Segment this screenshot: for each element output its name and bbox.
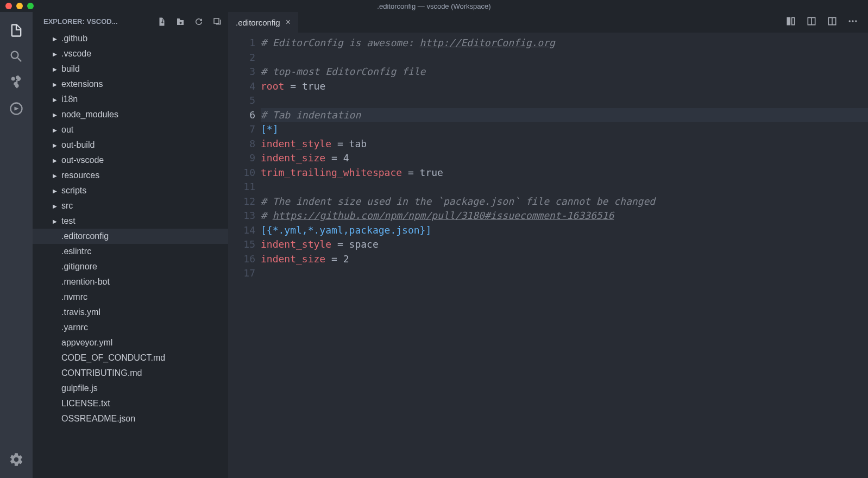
tab-label: .editorconfig — [236, 18, 280, 27]
close-icon[interactable]: × — [286, 17, 291, 27]
tree-item-label: gulpfile.js — [61, 383, 98, 393]
file-appveyor-yml[interactable]: appveyor.yml — [33, 335, 228, 350]
folder-src[interactable]: ▶src — [33, 198, 228, 213]
code-line[interactable]: indent_size = 4 — [261, 151, 868, 166]
folder-out-build[interactable]: ▶out-build — [33, 137, 228, 153]
file--gitignore[interactable]: .gitignore — [33, 259, 228, 274]
tree-item-label: .yarnrc — [61, 323, 88, 332]
tree-item-label: .vscode — [61, 49, 91, 59]
code-line[interactable]: # https://github.com/npm/npm/pull/3180#i… — [261, 209, 868, 223]
folder-test[interactable]: ▶test — [33, 213, 228, 229]
code-line[interactable] — [261, 93, 868, 108]
token: 4 — [343, 152, 349, 163]
token: true — [302, 80, 325, 92]
line-number: 11 — [228, 180, 255, 194]
tree-item-label: out-vscode — [61, 155, 104, 165]
folder-out-vscode[interactable]: ▶out-vscode — [33, 153, 228, 168]
code-line[interactable]: [{*.yml,*.yaml,package.json}] — [261, 223, 868, 238]
folder-extensions[interactable]: ▶extensions — [33, 77, 228, 92]
folder-scripts[interactable]: ▶scripts — [33, 183, 228, 198]
file-contributing-md[interactable]: CONTRIBUTING.md — [33, 366, 228, 381]
settings-icon[interactable] — [3, 446, 29, 473]
compare-icon[interactable] — [785, 16, 796, 29]
open-preview-icon[interactable] — [806, 16, 817, 29]
collapse-all-icon[interactable] — [212, 16, 223, 27]
code-line[interactable]: # The indent size used in the `package.j… — [261, 194, 868, 209]
window-maximize-button[interactable] — [27, 3, 34, 9]
editor-body[interactable]: 1234567891011121314151617 # EditorConfig… — [228, 33, 868, 478]
folder-out[interactable]: ▶out — [33, 122, 228, 137]
new-file-icon[interactable] — [156, 16, 167, 27]
folder-i18n[interactable]: ▶i18n — [33, 92, 228, 107]
file-code-of-conduct-md[interactable]: CODE_OF_CONDUCT.md — [33, 350, 228, 366]
folder--vscode[interactable]: ▶.vscode — [33, 46, 228, 61]
token: = — [325, 253, 343, 265]
file--mention-bot[interactable]: .mention-bot — [33, 274, 228, 290]
chevron-right-icon: ▶ — [52, 66, 58, 72]
search-icon[interactable] — [3, 43, 29, 70]
file--eslintrc[interactable]: .eslintrc — [33, 244, 228, 259]
tree-item-label: resources — [61, 171, 99, 180]
file-tree[interactable]: ▶.github▶.vscode▶build▶extensions▶i18n▶n… — [33, 31, 228, 478]
token: = — [331, 138, 349, 149]
code-line[interactable]: root = true — [261, 79, 868, 94]
file-ossreadme-json[interactable]: OSSREADME.json — [33, 411, 228, 426]
tree-item-label: test — [61, 216, 76, 226]
token: true — [420, 167, 443, 178]
file--yarnrc[interactable]: .yarnrc — [33, 320, 228, 335]
token: indent_size — [261, 152, 325, 163]
token: trim_trailing_whitespace — [261, 167, 402, 178]
tab-editorconfig[interactable]: .editorconfig × — [228, 12, 298, 33]
chevron-right-icon: ▶ — [52, 51, 58, 57]
token: 2 — [343, 253, 349, 265]
folder-build[interactable]: ▶build — [33, 61, 228, 77]
token: = — [284, 80, 302, 92]
line-number: 9 — [228, 151, 255, 166]
sidebar-title: EXPLORER: VSCOD... — [43, 17, 156, 26]
code-line[interactable]: # EditorConfig is awesome: http://Editor… — [261, 36, 868, 51]
code-line[interactable] — [261, 180, 868, 194]
file-license-txt[interactable]: LICENSE.txt — [33, 396, 228, 411]
debug-icon[interactable] — [3, 96, 29, 122]
code-line[interactable]: indent_style = tab — [261, 137, 868, 152]
sidebar-header: EXPLORER: VSCOD... — [33, 12, 228, 31]
file--editorconfig[interactable]: .editorconfig — [33, 229, 228, 244]
file--travis-yml[interactable]: .travis.yml — [33, 305, 228, 320]
folder-node-modules[interactable]: ▶node_modules — [33, 107, 228, 122]
token: http://EditorConfig.org — [420, 37, 555, 48]
more-icon[interactable] — [847, 16, 858, 29]
explorer-icon[interactable] — [3, 17, 29, 43]
token: = — [325, 152, 343, 163]
chevron-right-icon: ▶ — [52, 112, 58, 118]
new-folder-icon[interactable] — [175, 16, 186, 27]
tree-item-label: CONTRIBUTING.md — [61, 368, 142, 378]
file--nvmrc[interactable]: .nvmrc — [33, 290, 228, 305]
split-editor-icon[interactable] — [827, 16, 838, 29]
code-line[interactable] — [261, 51, 868, 65]
window-close-button[interactable] — [5, 3, 12, 9]
line-gutter: 1234567891011121314151617 — [228, 36, 261, 478]
line-number: 15 — [228, 237, 255, 252]
source-control-icon[interactable] — [3, 70, 29, 96]
token: [*] — [261, 123, 279, 135]
refresh-icon[interactable] — [193, 16, 204, 27]
chevron-right-icon: ▶ — [52, 36, 58, 42]
token: indent_size — [261, 253, 325, 265]
folder--github[interactable]: ▶.github — [33, 31, 228, 46]
code-line[interactable]: trim_trailing_whitespace = true — [261, 166, 868, 180]
editor-area: .editorconfig × 1234567891011121 — [228, 12, 868, 478]
chevron-right-icon: ▶ — [52, 142, 58, 148]
code-line[interactable]: # Tab indentation — [261, 108, 868, 123]
code-line[interactable]: indent_size = 2 — [261, 252, 868, 267]
tree-item-label: LICENSE.txt — [61, 399, 110, 408]
code-content[interactable]: # EditorConfig is awesome: http://Editor… — [261, 36, 868, 478]
window-minimize-button[interactable] — [16, 3, 23, 9]
code-line[interactable]: [*] — [261, 122, 868, 137]
token: # top-most EditorConfig file — [261, 66, 425, 77]
code-line[interactable]: indent_style = space — [261, 237, 868, 252]
folder-resources[interactable]: ▶resources — [33, 168, 228, 183]
token: [{*.yml,*.yaml,package.json}] — [261, 224, 431, 236]
file-gulpfile-js[interactable]: gulpfile.js — [33, 381, 228, 396]
code-line[interactable]: # top-most EditorConfig file — [261, 65, 868, 79]
code-line[interactable] — [261, 266, 868, 281]
